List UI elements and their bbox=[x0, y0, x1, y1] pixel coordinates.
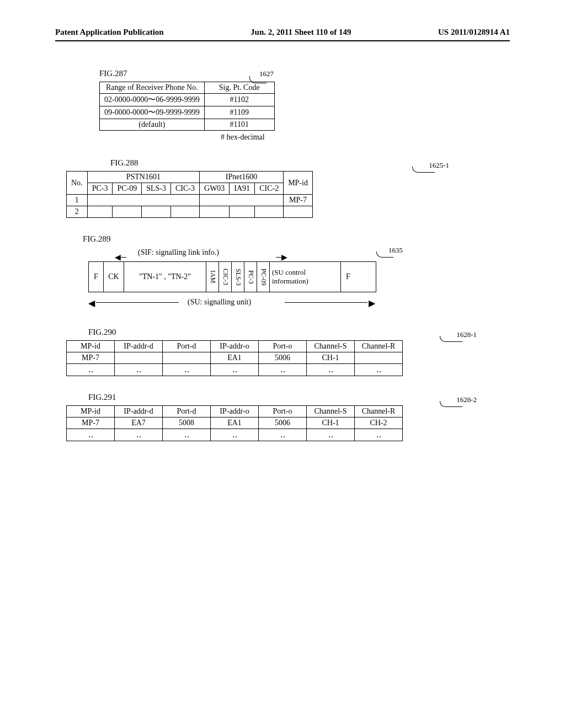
cell bbox=[171, 206, 200, 218]
cell: PC-09 bbox=[113, 183, 142, 195]
th: Port-d bbox=[163, 341, 211, 352]
cell: ‥ bbox=[163, 429, 211, 441]
cell: 1 bbox=[67, 195, 88, 206]
fig291-table: MP-id IP-addr-d Port-d IP-addr-o Port-o … bbox=[66, 405, 403, 441]
cell bbox=[255, 206, 284, 218]
fig289-box: F CK "TN-1" , "TN-2" IAM CIC-3 SLS-3 PC-… bbox=[88, 261, 376, 292]
cell-SU: (SU control information) bbox=[270, 262, 341, 292]
cell-PC3: PC-3 bbox=[244, 262, 257, 292]
th: IP-addr-o bbox=[211, 341, 259, 352]
fig290-callout: 1628-1 bbox=[456, 330, 477, 339]
header-left: Patent Application Publication bbox=[55, 28, 164, 37]
cell: MP-7 bbox=[284, 195, 313, 206]
cell: ‥ bbox=[211, 364, 259, 376]
fig288-table: No. PSTN1601 IPnet1600 MP-id PC-3 PC-09 … bbox=[66, 171, 313, 218]
cell bbox=[87, 195, 199, 206]
th-sig: Sig. Pt. Code bbox=[204, 82, 274, 94]
th: Port-o bbox=[259, 406, 307, 417]
th: Channel-R bbox=[355, 406, 403, 417]
cell-F1: F bbox=[89, 262, 104, 292]
th: Channel-R bbox=[355, 341, 403, 352]
cell: GW03 bbox=[200, 183, 230, 195]
fig287-label: FIG.287 bbox=[99, 69, 510, 78]
cell: #1109 bbox=[204, 106, 274, 119]
cell: CIC-2 bbox=[255, 183, 284, 195]
th: Port-d bbox=[163, 406, 211, 417]
fig288-label: FIG.288 bbox=[110, 158, 510, 168]
cell: ‥ bbox=[355, 364, 403, 376]
arrow-right-icon: ─▶ bbox=[276, 253, 287, 262]
cell: CH-1 bbox=[307, 417, 355, 429]
fig290: 1628-1 MP-id IP-addr-d Port-d IP-addr-o … bbox=[66, 340, 510, 376]
cell-TN: "TN-1" , "TN-2" bbox=[124, 262, 206, 292]
fig291-callout: 1628-2 bbox=[456, 395, 477, 404]
cell: EA1 bbox=[211, 352, 259, 364]
fig290-table: MP-id IP-addr-d Port-d IP-addr-o Port-o … bbox=[66, 340, 403, 376]
fig287: 1627 Range of Receiver Phone No. Sig. Pt… bbox=[99, 82, 510, 142]
hex-note: # hex-decimal bbox=[221, 133, 510, 142]
cell: ‥ bbox=[259, 429, 307, 441]
fig287-callout: 1627 bbox=[259, 69, 274, 78]
cell bbox=[87, 206, 113, 218]
fig287-table: Range of Receiver Phone No. Sig. Pt. Cod… bbox=[99, 82, 275, 131]
th: MP-id bbox=[67, 406, 115, 417]
cell bbox=[163, 352, 211, 364]
cell bbox=[230, 206, 255, 218]
fig289: ◀─ (SIF: signalling link info.) ─▶ 1635 … bbox=[88, 247, 397, 311]
th: IP-addr-o bbox=[211, 406, 259, 417]
cell: (default) bbox=[100, 119, 205, 131]
cell: ‥ bbox=[163, 364, 211, 376]
th-pstn: PSTN1601 bbox=[87, 172, 199, 183]
header-center: Jun. 2, 2011 Sheet 110 of 149 bbox=[250, 28, 351, 37]
cell: 5006 bbox=[259, 352, 307, 364]
sif-text: (SIF: signalling link info.) bbox=[138, 248, 219, 257]
cell-SLS3: SLS-3 bbox=[232, 262, 244, 292]
fig289-callout: 1635 bbox=[388, 246, 403, 255]
cell: ‥ bbox=[355, 429, 403, 441]
fig289-label: FIG.289 bbox=[83, 234, 510, 244]
cell: ‥ bbox=[67, 429, 115, 441]
su-text: (SU: signalling unit) bbox=[188, 298, 251, 307]
cell-CIC3: CIC-3 bbox=[219, 262, 232, 292]
cell: ‥ bbox=[211, 429, 259, 441]
th-no: No. bbox=[67, 172, 88, 195]
cell: CIC-3 bbox=[171, 183, 200, 195]
cell: ‥ bbox=[307, 364, 355, 376]
th-mpid: MP-id bbox=[284, 172, 313, 195]
fig288-callout: 1625-1 bbox=[429, 161, 449, 170]
cell: 09-0000-0000〜09-9999-9999 bbox=[100, 106, 205, 119]
cell: 5006 bbox=[259, 417, 307, 429]
th: IP-addr-d bbox=[115, 406, 163, 417]
cell-CK: CK bbox=[104, 262, 124, 292]
cell: ‥ bbox=[115, 429, 163, 441]
sif-arrow: ◀─ (SIF: signalling link info.) ─▶ 1635 bbox=[88, 247, 397, 259]
cell: CH-1 bbox=[307, 352, 355, 364]
cell: ‥ bbox=[259, 364, 307, 376]
cell: IA91 bbox=[230, 183, 255, 195]
th: Port-o bbox=[259, 341, 307, 352]
cell: CH-2 bbox=[355, 417, 403, 429]
cell: MP-7 bbox=[67, 417, 115, 429]
arrow-left-icon: ◀ bbox=[88, 298, 95, 308]
cell: MP-7 bbox=[67, 352, 115, 364]
cell bbox=[284, 206, 313, 218]
cell: 02-0000-0000〜06-9999-9999 bbox=[100, 94, 205, 106]
cell bbox=[200, 206, 230, 218]
arrow-right-icon: ▶ bbox=[369, 298, 375, 308]
fig291: 1628-2 MP-id IP-addr-d Port-d IP-addr-o … bbox=[66, 405, 510, 441]
cell: ‥ bbox=[115, 364, 163, 376]
th-range: Range of Receiver Phone No. bbox=[100, 82, 205, 94]
cell: #1101 bbox=[204, 119, 274, 131]
th: Channel-S bbox=[307, 406, 355, 417]
cell-F2: F bbox=[341, 262, 355, 292]
th: Channel-S bbox=[307, 341, 355, 352]
cell: ‥ bbox=[67, 364, 115, 376]
cell bbox=[113, 206, 142, 218]
th: IP-addr-d bbox=[115, 341, 163, 352]
cell-IAM: IAM bbox=[206, 262, 219, 292]
header-right: US 2011/0128914 A1 bbox=[438, 28, 510, 37]
cell-PC09: PC-09 bbox=[257, 262, 270, 292]
cell: SLS-3 bbox=[142, 183, 171, 195]
cell: EA1 bbox=[211, 417, 259, 429]
cell: #1102 bbox=[204, 94, 274, 106]
